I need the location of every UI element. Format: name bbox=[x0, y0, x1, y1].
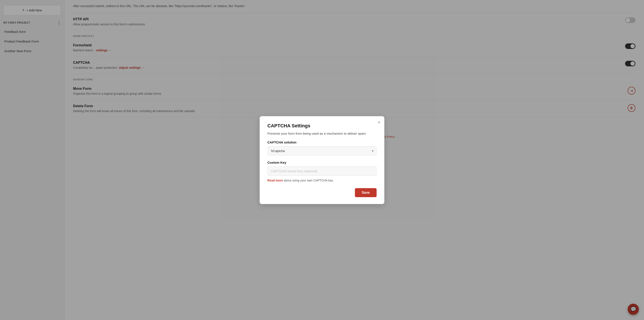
modal-footer: Save bbox=[268, 188, 376, 197]
captcha-solution-select[interactable]: hCaptcha reCAPTCHA v2 reCAPTCHA v3 bbox=[268, 146, 376, 155]
captcha-settings-modal: × CAPTCHA Settings Prevents your form fr… bbox=[260, 116, 384, 204]
modal-custom-key-label: Custom Key bbox=[268, 161, 376, 164]
modal-solution-label: CAPTCHA solution bbox=[268, 140, 376, 144]
modal-title: CAPTCHA Settings bbox=[268, 123, 376, 129]
modal-select-wrapper: hCaptcha reCAPTCHA v2 reCAPTCHA v3 ▾ bbox=[268, 146, 376, 155]
captcha-secret-key-input[interactable] bbox=[268, 166, 376, 176]
modal-overlay[interactable]: × CAPTCHA Settings Prevents your form fr… bbox=[0, 0, 644, 320]
modal-read-more-text: Read more about using your own CAPTCHA k… bbox=[268, 179, 376, 182]
read-more-link[interactable]: Read more bbox=[268, 179, 283, 182]
modal-close-button[interactable]: × bbox=[378, 120, 380, 125]
modal-save-button[interactable]: Save bbox=[355, 188, 376, 197]
modal-subtitle: Prevents your form from being used as a … bbox=[268, 132, 376, 135]
app-layout: + + Add New MY FIRST PROJECT ⋮ Feedback … bbox=[0, 0, 644, 320]
